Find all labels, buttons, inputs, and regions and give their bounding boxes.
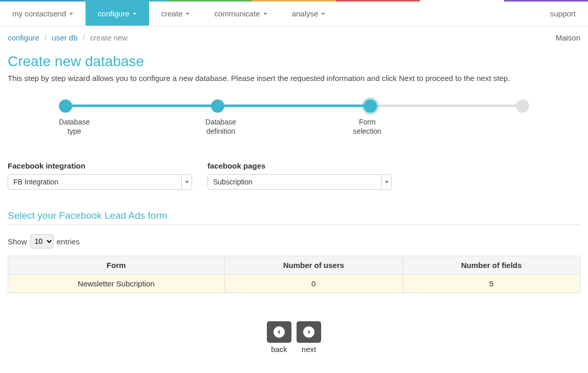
chevron-down-icon — [69, 13, 73, 15]
next-label: next — [297, 345, 321, 354]
breadcrumb-sep: / — [79, 33, 88, 42]
chevron-down-icon — [185, 13, 190, 15]
nav-item-configure[interactable]: configure — [86, 2, 149, 26]
step-label: Databasedefinition — [190, 117, 251, 136]
chevron-down-icon — [181, 175, 192, 189]
fb-integration-label: Facebook integration — [8, 161, 192, 170]
nav-item-label: my contactsend — [12, 9, 66, 18]
account-name: Maison — [556, 33, 580, 42]
th-users[interactable]: Number of users — [224, 256, 403, 275]
nav-support[interactable]: support — [538, 2, 588, 26]
divider — [8, 224, 580, 225]
nav-item-label: communicate — [214, 9, 260, 18]
chevron-left-icon — [274, 326, 285, 338]
fb-pages-select[interactable]: Subscription — [207, 174, 392, 190]
chevron-down-icon — [321, 13, 325, 15]
nav-item-analyse[interactable]: analyse — [280, 2, 338, 26]
breadcrumb-current: create new — [90, 33, 128, 42]
chevron-down-icon — [263, 13, 267, 15]
nav-item-label: analyse — [292, 9, 319, 18]
step-label: Databasetype — [44, 117, 105, 136]
main-nav: my contactsendconfigurecreatecommunicate… — [0, 2, 588, 26]
breadcrumb-sep: / — [41, 33, 50, 42]
step-label: Formselection — [337, 117, 398, 136]
nav-item-my-contactsend[interactable]: my contactsend — [0, 2, 86, 26]
cell-users: 0 — [224, 275, 403, 293]
chevron-right-icon — [303, 326, 314, 338]
step-node — [59, 99, 72, 113]
nav-support-label: support — [550, 9, 576, 18]
back-label: back — [267, 345, 291, 354]
nav-item-create[interactable]: create — [149, 2, 202, 26]
breadcrumb: configure / user db / create new — [8, 33, 128, 42]
fb-pages-value: Subscription — [208, 175, 381, 189]
entries-select[interactable]: 10 — [30, 234, 54, 248]
nav-item-label: create — [161, 9, 183, 18]
page-description: This step by step wizard allows you to c… — [8, 74, 580, 82]
forms-table: Form Number of users Number of fields Ne… — [8, 256, 580, 293]
fb-pages-label: facebook pages — [207, 161, 392, 170]
th-form[interactable]: Form — [8, 256, 225, 275]
step-node — [516, 99, 529, 113]
nav-item-communicate[interactable]: communicate — [202, 2, 279, 26]
fb-integration-value: FB Integration — [8, 175, 181, 189]
th-fields[interactable]: Number of fields — [403, 256, 580, 275]
step-label — [483, 117, 544, 136]
page-title: Create new database — [8, 53, 580, 70]
cell-form: Newsletter Subcription — [8, 275, 225, 293]
chevron-down-icon — [133, 13, 137, 15]
nav-item-label: configure — [98, 9, 130, 18]
next-button[interactable]: next — [297, 321, 321, 354]
breadcrumb-configure[interactable]: configure — [8, 33, 39, 42]
table-row[interactable]: Newsletter Subcription05 — [8, 275, 580, 293]
chevron-down-icon — [381, 175, 391, 189]
cell-fields: 5 — [403, 275, 580, 293]
step-node — [211, 99, 224, 113]
wizard-stepper: DatabasetypeDatabasedefinitionFormselect… — [8, 98, 580, 146]
fb-integration-select[interactable]: FB Integration — [8, 174, 192, 190]
step-node — [364, 99, 377, 113]
show-label-pre: Show — [8, 237, 27, 246]
section-title: Select your Facebook Lead Ads form — [8, 210, 580, 221]
show-label-post: entries — [57, 237, 80, 246]
breadcrumb-userdb[interactable]: user db — [52, 33, 77, 42]
back-button[interactable]: back — [267, 321, 291, 354]
